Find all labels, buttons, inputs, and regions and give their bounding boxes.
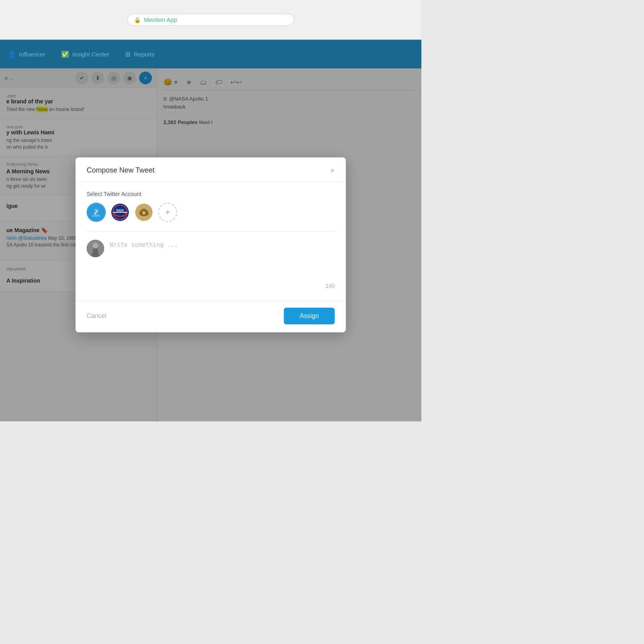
modal-title: Compose New Tweet — [87, 166, 155, 175]
address-text: Mention App — [144, 16, 177, 23]
compose-modal: Compose New Tweet × Select Twitter Accou… — [76, 157, 346, 332]
select-account-label: Select Twitter Account — [87, 191, 335, 197]
nav-label-insight-center: Insight Center — [72, 51, 109, 58]
compose-area — [87, 240, 335, 279]
person-icon: 👤 — [8, 50, 16, 58]
check-circle-icon: ✅ — [61, 50, 69, 58]
modal-body: Select Twitter Account ✓ — [76, 182, 346, 301]
char-count: 140 — [87, 279, 335, 292]
assign-button[interactable]: Assign — [284, 308, 335, 324]
app-container: 👤 Influencer ✅ Insight Center ⊞ Reports … — [0, 40, 421, 421]
grid-icon: ⊞ — [125, 50, 130, 58]
cancel-button[interactable]: Cancel — [87, 312, 107, 320]
svg-text:NASA: NASA — [116, 209, 124, 211]
modal-footer: Cancel Assign — [76, 301, 346, 332]
nav-label-influencer: Influencer — [19, 51, 45, 58]
compose-input[interactable] — [110, 240, 335, 272]
address-bar: 🔒 Mention App — [127, 14, 294, 26]
content-area: ✔ ⬇ ◎ ◉ + .com e brand of the yar Tried … — [0, 68, 421, 421]
modal-header: Compose New Tweet × — [76, 157, 346, 182]
nav-item-insight-center[interactable]: ✅ Insight Center — [61, 50, 109, 58]
user-avatar — [87, 240, 104, 257]
svg-text:B: B — [142, 210, 145, 215]
svg-point-8 — [93, 243, 98, 248]
nav-item-influencer[interactable]: 👤 Influencer — [8, 50, 45, 58]
add-account-button[interactable]: + — [158, 203, 177, 222]
top-nav: 👤 Influencer ✅ Insight Center ⊞ Reports — [0, 40, 421, 68]
selected-check-icon: ✓ — [87, 204, 105, 221]
lock-icon: 🔒 — [134, 17, 141, 23]
account-avatar-nasa[interactable]: NASA — [111, 203, 130, 222]
divider — [87, 231, 335, 232]
twitter-accounts: ✓ NASA — [87, 203, 335, 222]
browser-chrome: 🔒 Mention App — [0, 0, 421, 40]
account-avatar-bentley[interactable]: B — [134, 203, 153, 222]
close-button[interactable]: × — [330, 167, 335, 175]
modal-overlay: Compose New Tweet × Select Twitter Accou… — [0, 68, 421, 421]
nav-item-reports[interactable]: ⊞ Reports — [125, 50, 155, 58]
nav-label-reports: Reports — [134, 51, 155, 58]
account-avatar-selected[interactable]: ✓ — [87, 203, 106, 222]
